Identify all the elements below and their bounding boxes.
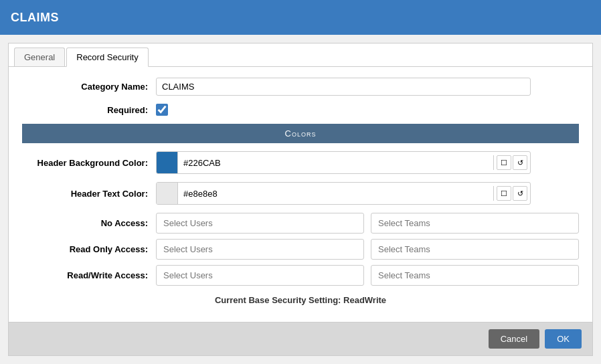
read-only-users-input[interactable]: [156, 239, 364, 260]
header-text-reset-btn[interactable]: ↺: [513, 186, 527, 201]
header-bg-color-group: ☐ ↺: [156, 151, 531, 174]
header-text-color-actions: ☐ ↺: [493, 186, 530, 201]
header-bg-checkbox-btn[interactable]: ☐: [497, 155, 511, 170]
category-name-input[interactable]: [156, 78, 531, 96]
read-write-access-selects: [156, 265, 579, 286]
required-label: Required:: [22, 105, 156, 115]
category-name-row: Category Name:: [22, 78, 579, 96]
app-header: CLAIMS: [0, 0, 601, 35]
read-write-users-input[interactable]: [156, 265, 364, 286]
read-write-access-row: Read/Write Access:: [22, 265, 579, 286]
header-text-color-swatch[interactable]: [157, 183, 178, 204]
no-access-row: No Access:: [22, 213, 579, 234]
no-access-label: No Access:: [22, 218, 156, 228]
main-container: General Record Security Category Name: R…: [8, 43, 593, 356]
read-write-access-label: Read/Write Access:: [22, 270, 156, 280]
header-text-color-row: Header Text Color: ☐ ↺: [22, 182, 579, 205]
required-row: Required:: [22, 104, 579, 116]
read-only-teams-input[interactable]: [371, 239, 579, 260]
tab-general[interactable]: General: [14, 48, 65, 66]
header-text-color-group: ☐ ↺: [156, 182, 531, 205]
read-write-teams-input[interactable]: [371, 265, 579, 286]
header-bg-color-actions: ☐ ↺: [493, 155, 530, 170]
header-bg-reset-btn[interactable]: ↺: [513, 155, 527, 170]
content-area: Category Name: Required: Colors Header B…: [9, 67, 592, 322]
required-checkbox[interactable]: [156, 104, 168, 116]
header-bg-color-label: Header Background Color:: [22, 158, 156, 168]
footer-bar: Cancel OK: [9, 322, 592, 355]
header-bg-color-row: Header Background Color: ☐ ↺: [22, 151, 579, 174]
read-only-access-row: Read Only Access:: [22, 239, 579, 260]
tabs-bar: General Record Security: [9, 43, 592, 67]
ok-button[interactable]: OK: [545, 329, 582, 349]
read-only-access-label: Read Only Access:: [22, 244, 156, 254]
tab-record-security[interactable]: Record Security: [66, 48, 148, 67]
header-bg-color-input[interactable]: [178, 155, 493, 171]
app-title: CLAIMS: [11, 11, 59, 25]
header-text-checkbox-btn[interactable]: ☐: [497, 186, 511, 201]
colors-section-header: Colors: [22, 124, 579, 143]
no-access-selects: [156, 213, 579, 234]
required-checkbox-wrapper: [156, 104, 168, 116]
no-access-users-input[interactable]: [156, 213, 364, 234]
no-access-teams-input[interactable]: [371, 213, 579, 234]
base-security-note: Current Base Security Setting: ReadWrite: [22, 291, 579, 308]
cancel-button[interactable]: Cancel: [489, 329, 539, 349]
header-text-color-label: Header Text Color:: [22, 189, 156, 199]
header-bg-color-swatch[interactable]: [157, 152, 178, 173]
category-name-label: Category Name:: [22, 82, 156, 92]
read-only-access-selects: [156, 239, 579, 260]
header-text-color-input[interactable]: [178, 185, 493, 202]
